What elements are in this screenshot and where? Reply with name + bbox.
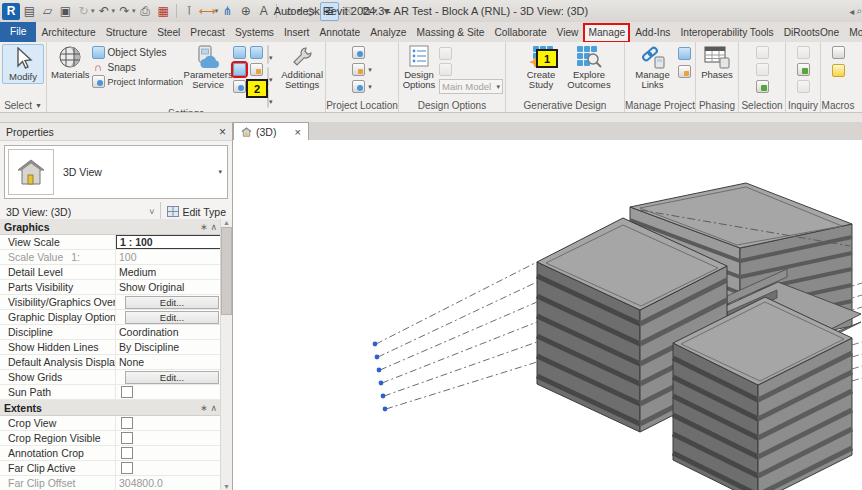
section-header-graphics[interactable]: Graphics∗ ∧ bbox=[0, 219, 221, 235]
scrollbar-thumb[interactable] bbox=[221, 227, 232, 315]
tab-dirootsone[interactable]: DiRootsOne bbox=[780, 24, 844, 42]
decal-types-icon[interactable] bbox=[678, 65, 691, 78]
shared-parameters-icon[interactable] bbox=[233, 63, 246, 76]
close-view-icon[interactable]: × bbox=[294, 126, 300, 138]
transfer-icon[interactable]: ▦ bbox=[155, 3, 172, 20]
switch-windows-icon[interactable]: ⧉ bbox=[358, 3, 375, 20]
property-value[interactable]: 100 bbox=[115, 250, 221, 264]
structural-settings-button[interactable]: ▾ bbox=[267, 46, 279, 64]
tab-interoperability-tools[interactable]: Interoperability Tools bbox=[676, 24, 777, 42]
checkbox[interactable] bbox=[121, 447, 133, 459]
tab-precast[interactable]: Precast bbox=[186, 24, 229, 42]
type-selector[interactable]: 3D View ▾ bbox=[4, 145, 228, 199]
edit-selection-icon[interactable] bbox=[756, 80, 769, 93]
property-value[interactable]: 304800.0 bbox=[115, 476, 221, 490]
sync-with-central-icon[interactable]: ↻ bbox=[75, 3, 92, 20]
coordinates-button[interactable]: ▾ bbox=[352, 63, 372, 76]
parameters-service-button[interactable]: Parameters Service bbox=[185, 44, 231, 90]
property-value[interactable]: Medium bbox=[115, 265, 221, 279]
undo-icon[interactable]: ↶ bbox=[96, 3, 113, 20]
scroll-up-icon[interactable]: ▲ bbox=[223, 219, 230, 226]
tab-collaborate[interactable]: Collaborate bbox=[490, 24, 550, 42]
tab-modify[interactable]: Modify bbox=[845, 24, 862, 42]
open-icon[interactable]: ▱ bbox=[39, 3, 56, 20]
infocenter-cropped[interactable]: ◂ ⌕ bbox=[849, 5, 862, 17]
tab-steel[interactable]: Steel bbox=[153, 24, 184, 42]
property-value[interactable]: Edit... bbox=[115, 370, 221, 384]
caret-down-icon[interactable]: ▾ bbox=[374, 7, 378, 15]
tab-systems[interactable]: Systems bbox=[231, 24, 278, 42]
tab-annotate[interactable]: Annotate bbox=[315, 24, 364, 42]
close-properties-icon[interactable]: × bbox=[219, 125, 226, 139]
home-icon[interactable]: ▤ bbox=[21, 3, 38, 20]
caret-down-icon[interactable]: ▾ bbox=[132, 7, 136, 15]
text-icon[interactable]: A bbox=[255, 3, 272, 20]
active-design-option-select[interactable]: Main Model▾ bbox=[439, 79, 503, 94]
checkbox[interactable] bbox=[121, 432, 133, 444]
tab-insert[interactable]: Insert bbox=[280, 24, 313, 42]
global-parameters-icon[interactable] bbox=[250, 46, 263, 59]
property-value[interactable] bbox=[115, 431, 221, 445]
tag-icon[interactable]: ⋔ bbox=[219, 3, 236, 20]
edit-button[interactable]: Edit... bbox=[125, 296, 219, 309]
default-3d-view-icon[interactable]: ⌂ bbox=[281, 3, 298, 20]
property-value[interactable]: None bbox=[115, 355, 221, 369]
tab-massing-site[interactable]: Massing & Site bbox=[413, 24, 489, 42]
tab-add-ins[interactable]: Add-Ins bbox=[631, 24, 674, 42]
redo-icon[interactable]: ↷ bbox=[116, 3, 133, 20]
caret-down-icon[interactable]: ▾ bbox=[112, 7, 116, 15]
checkbox[interactable] bbox=[121, 417, 133, 429]
macro-manager-icon[interactable] bbox=[832, 46, 845, 59]
value-input[interactable]: 1 : 100 bbox=[116, 235, 221, 249]
checkbox[interactable] bbox=[121, 462, 133, 474]
modify-button[interactable]: Modify bbox=[2, 44, 44, 84]
qat-customize-icon[interactable]: ▾ bbox=[378, 3, 395, 20]
tab-manage[interactable]: Manage bbox=[584, 24, 629, 42]
section-icon[interactable]: ◇ bbox=[302, 3, 319, 20]
tab-view[interactable]: View bbox=[553, 24, 583, 42]
scroll-down-icon[interactable]: ▼ bbox=[223, 483, 230, 490]
save-icon[interactable]: ▣ bbox=[57, 3, 74, 20]
section-header-extents[interactable]: Extents∗ ∧ bbox=[0, 400, 221, 416]
property-value[interactable]: By Discipline bbox=[115, 340, 221, 354]
explore-outcomes-button[interactable]: Explore Outcomes bbox=[566, 44, 612, 90]
property-value[interactable]: Edit... bbox=[115, 295, 221, 309]
position-button[interactable]: ▾ bbox=[352, 80, 372, 93]
edit-button[interactable]: Edit... bbox=[125, 371, 219, 384]
project-information-button[interactable]: Project Information bbox=[92, 75, 184, 88]
transfer-project-standards-icon[interactable] bbox=[250, 63, 263, 76]
caret-down-icon[interactable]: ▾ bbox=[297, 7, 301, 15]
tab-architecture[interactable]: Architecture bbox=[37, 24, 99, 42]
section-collapse-icon[interactable]: ∗ ∧ bbox=[200, 403, 217, 413]
thin-lines-icon[interactable]: ≣ bbox=[320, 2, 339, 21]
checkbox[interactable] bbox=[121, 386, 133, 398]
property-value[interactable]: Coordination bbox=[115, 325, 221, 339]
panel-label-select[interactable]: Select▼ bbox=[0, 98, 46, 112]
print-icon[interactable]: ⎙ bbox=[137, 3, 154, 20]
phases-button[interactable]: Phases bbox=[698, 44, 736, 80]
ref-plane-icon[interactable]: ⊕ bbox=[237, 3, 254, 20]
macro-security-icon[interactable] bbox=[832, 64, 845, 77]
property-value[interactable]: Show Original bbox=[115, 280, 221, 294]
location-weather-icon[interactable] bbox=[233, 80, 246, 93]
property-value[interactable] bbox=[115, 416, 221, 430]
manage-images-icon[interactable] bbox=[678, 47, 691, 60]
level-markers[interactable] bbox=[373, 342, 388, 412]
panel-schedule-button[interactable]: ▾ bbox=[267, 90, 279, 108]
close-hidden-windows-icon[interactable]: ⊠ bbox=[340, 3, 357, 20]
materials-button[interactable]: Materials bbox=[51, 44, 90, 80]
design-options-button[interactable]: Design Options bbox=[401, 44, 437, 90]
drawing-area[interactable] bbox=[233, 140, 862, 490]
snaps-button[interactable]: ∩ Snaps bbox=[92, 61, 184, 73]
aligned-dimension-icon[interactable]: ⟷ bbox=[199, 3, 216, 20]
tab-file[interactable]: File bbox=[0, 22, 36, 42]
revit-logo[interactable]: R bbox=[2, 3, 20, 20]
location-button[interactable] bbox=[352, 46, 372, 59]
property-value[interactable] bbox=[115, 461, 221, 475]
mep-settings-button[interactable]: ▾ bbox=[267, 68, 279, 86]
caret-down-icon[interactable]: ▾ bbox=[218, 168, 222, 176]
caret-down-icon[interactable]: ▾ bbox=[215, 7, 219, 15]
edit-button[interactable]: Edit... bbox=[125, 311, 219, 324]
view-tab-3d[interactable]: (3D) × bbox=[233, 122, 309, 140]
additional-settings-button[interactable]: Additional Settings bbox=[281, 44, 323, 90]
